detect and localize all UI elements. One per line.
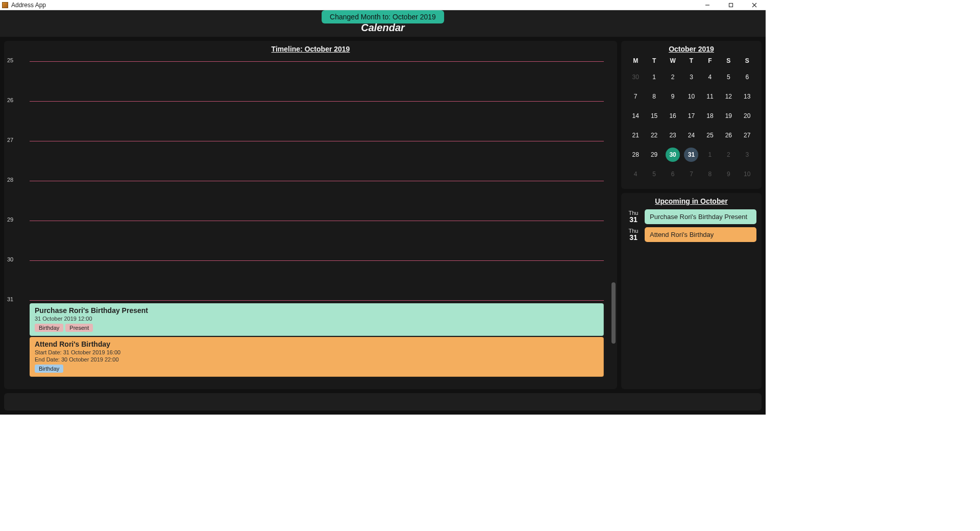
event-start: Start Date: 31 October 2019 16:00 xyxy=(35,349,599,355)
upcoming-date: Thu31 xyxy=(626,228,641,242)
svg-rect-1 xyxy=(729,3,733,7)
mini-calendar-title: October 2019 xyxy=(626,45,756,53)
timeline-day-label: 31 xyxy=(7,296,13,302)
mini-calendar-day[interactable]: 11 xyxy=(703,89,717,104)
minimize-button[interactable] xyxy=(701,1,714,9)
mini-calendar-dow-row: MTWTFSS xyxy=(626,57,756,64)
mini-calendar-day[interactable]: 7 xyxy=(628,89,643,104)
timeline-day-row: 28 xyxy=(4,175,608,214)
timeline-day-row: 27 xyxy=(4,135,608,175)
mini-calendar-day[interactable]: 27 xyxy=(740,128,754,142)
mini-calendar-day[interactable]: 3 xyxy=(684,70,698,84)
upcoming-date: Thu31 xyxy=(626,210,641,224)
upcoming-event-chip[interactable]: Purchase Rori's Birthday Present xyxy=(645,209,756,224)
upcoming-event-chip[interactable]: Attend Rori's Birthday xyxy=(645,227,756,242)
mini-calendar-day[interactable]: 21 xyxy=(628,128,643,142)
timeline-day-rule xyxy=(30,181,604,181)
mini-calendar-day[interactable]: 12 xyxy=(721,89,736,104)
mini-calendar-day[interactable]: 10 xyxy=(684,89,698,104)
event-tag: Present xyxy=(65,324,93,332)
maximize-button[interactable] xyxy=(725,1,737,9)
mini-calendar-day[interactable]: 28 xyxy=(628,148,643,162)
upcoming-panel: Upcoming in October Thu31Purchase Rori's… xyxy=(621,193,762,389)
timeline-body[interactable]: 25262728293031Purchase Rori's Birthday P… xyxy=(4,55,617,389)
timeline-scrollbar-thumb[interactable] xyxy=(611,282,616,344)
timeline-day-rule xyxy=(30,101,604,102)
mini-calendar-week: 14151617181920 xyxy=(626,106,756,126)
timeline-panel: Timeline: October 2019 25262728293031Pur… xyxy=(4,41,617,389)
mini-calendar-day[interactable]: 2 xyxy=(666,70,680,84)
window-title: Address App xyxy=(11,2,701,9)
mini-calendar-day[interactable]: 6 xyxy=(666,167,680,181)
mini-calendar-day[interactable]: 16 xyxy=(666,109,680,123)
event-title: Purchase Rori's Birthday Present xyxy=(35,306,599,315)
mini-calendar-day[interactable]: 9 xyxy=(721,167,736,181)
mini-calendar-day[interactable]: 19 xyxy=(721,109,736,123)
timeline-day-row: 29 xyxy=(4,214,608,254)
timeline-event-card[interactable]: Attend Rori's BirthdayStart Date: 31 Oct… xyxy=(30,337,604,377)
mini-calendar-day[interactable]: 5 xyxy=(721,70,736,84)
mini-calendar-day[interactable]: 13 xyxy=(740,89,754,104)
mini-calendar-week: 45678910 xyxy=(626,164,756,184)
mini-calendar-day[interactable]: 4 xyxy=(703,70,717,84)
timeline-day-label: 26 xyxy=(7,97,13,103)
mini-calendar-week: 78910111213 xyxy=(626,87,756,106)
mini-calendar-day[interactable]: 17 xyxy=(684,109,698,123)
mini-calendar-day[interactable]: 26 xyxy=(721,128,736,142)
upcoming-item[interactable]: Thu31Attend Rori's Birthday xyxy=(626,227,756,242)
mini-calendar-day[interactable]: 8 xyxy=(703,167,717,181)
mini-calendar-day[interactable]: 14 xyxy=(628,109,643,123)
event-tags: BirthdayPresent xyxy=(35,324,599,332)
timeline-day-rule xyxy=(30,260,604,261)
mini-calendar-day[interactable]: 5 xyxy=(647,167,662,181)
mini-calendar-day[interactable]: 1 xyxy=(703,148,717,162)
mini-calendar-day[interactable]: 31 xyxy=(684,148,698,162)
mini-calendar-day[interactable]: 6 xyxy=(740,70,754,84)
mini-calendar-week: 28293031123 xyxy=(626,145,756,164)
window-titlebar: Address App xyxy=(0,0,766,10)
mini-calendar-day[interactable]: 29 xyxy=(647,148,662,162)
mini-calendar-day[interactable]: 25 xyxy=(703,128,717,142)
mini-calendar-day[interactable]: 15 xyxy=(647,109,662,123)
upcoming-day-number: 31 xyxy=(626,234,641,242)
mini-calendar-day[interactable]: 23 xyxy=(666,128,680,142)
app-icon xyxy=(2,2,8,8)
status-bar xyxy=(4,393,762,411)
mini-calendar-week: 21222324252627 xyxy=(626,126,756,145)
timeline-day-row: 25 xyxy=(4,55,608,95)
mini-calendar-dow: T xyxy=(682,57,700,64)
timeline-day-rule xyxy=(30,141,604,141)
mini-calendar-day[interactable]: 22 xyxy=(647,128,662,142)
mini-calendar-day[interactable]: 1 xyxy=(647,70,662,84)
page-title: Calendar xyxy=(361,22,405,34)
timeline-day-row: 26 xyxy=(4,95,608,135)
event-tag: Birthday xyxy=(35,365,63,373)
timeline-day-row: 31Purchase Rori's Birthday Present31 Oct… xyxy=(4,294,608,384)
timeline-day-rule xyxy=(30,300,604,301)
upcoming-list: Thu31Purchase Rori's Birthday PresentThu… xyxy=(626,209,756,242)
event-title: Attend Rori's Birthday xyxy=(35,340,599,348)
mini-calendar-day[interactable]: 2 xyxy=(721,148,736,162)
mini-calendar-day[interactable]: 10 xyxy=(740,167,754,181)
mini-calendar-day[interactable]: 3 xyxy=(740,148,754,162)
timeline-day-label: 27 xyxy=(7,137,13,143)
mini-calendar-day[interactable]: 24 xyxy=(684,128,698,142)
mini-calendar-day[interactable]: 9 xyxy=(666,89,680,104)
close-button[interactable] xyxy=(748,1,761,9)
event-end: End Date: 30 October 2019 22:00 xyxy=(35,356,599,363)
mini-calendar-week: 30123456 xyxy=(626,67,756,87)
mini-calendar-day[interactable]: 7 xyxy=(684,167,698,181)
timeline-title: Timeline: October 2019 xyxy=(4,41,617,55)
mini-calendar-day[interactable]: 20 xyxy=(740,109,754,123)
mini-calendar-day[interactable]: 18 xyxy=(703,109,717,123)
upcoming-item[interactable]: Thu31Purchase Rori's Birthday Present xyxy=(626,209,756,224)
mini-calendar-day[interactable]: 30 xyxy=(628,70,643,84)
timeline-day-label: 30 xyxy=(7,256,13,262)
mini-calendar-day[interactable]: 4 xyxy=(628,167,643,181)
mini-calendar-day[interactable]: 8 xyxy=(647,89,662,104)
mini-calendar: October 2019 MTWTFSS 3012345678910111213… xyxy=(621,41,762,189)
mini-calendar-dow: T xyxy=(645,57,663,64)
timeline-event-card[interactable]: Purchase Rori's Birthday Present31 Octob… xyxy=(30,303,604,336)
event-time: 31 October 2019 12:00 xyxy=(35,316,599,322)
mini-calendar-day[interactable]: 30 xyxy=(666,148,680,162)
